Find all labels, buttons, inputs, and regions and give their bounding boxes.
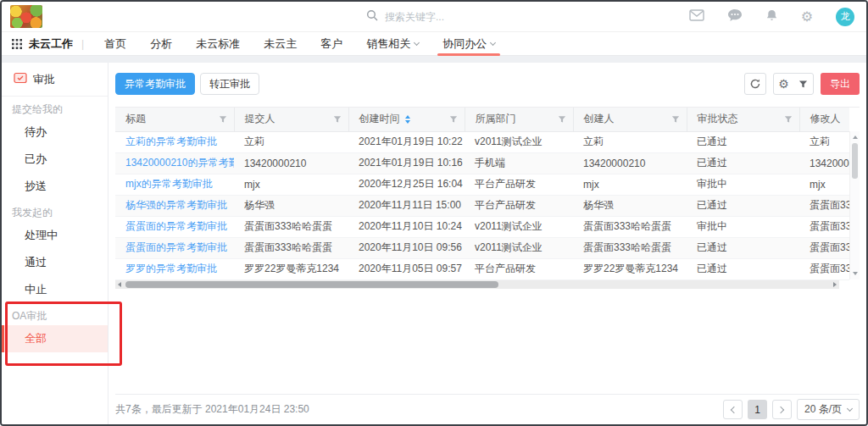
record-title-link[interactable]: 13420000210的异常考勤审批 [125, 157, 234, 169]
col-header-approval-status[interactable]: 审批状态 [687, 108, 799, 131]
col-header-submitter[interactable]: 提交人 [234, 108, 348, 131]
status-cell: 审批中 [687, 216, 799, 237]
table-row[interactable]: 立莉的异常考勤审批 立莉 2021年01月19日 10:22 v2011测试企业… [115, 131, 849, 152]
refresh-button[interactable] [744, 73, 766, 95]
list-toolbar: 异常考勤审批 转正审批 ⚙ 导出 [115, 63, 860, 107]
filter-icon[interactable] [219, 115, 227, 124]
tab-abnormal-attendance-approval[interactable]: 异常考勤审批 [115, 73, 195, 95]
scroll-left-icon[interactable] [118, 282, 121, 287]
sidebar-item-aborted[interactable]: 中止 [2, 276, 108, 303]
nav-separator: | [81, 38, 84, 50]
table-row[interactable]: 罗罗的异常考勤审批 罗罗22罗曼蒂克1234 2020年11月05日 09:57… [115, 258, 849, 279]
horizontal-scrollbar[interactable] [115, 280, 839, 289]
filter-icon[interactable] [558, 115, 566, 124]
col-header-modifier[interactable]: 修改人 [799, 108, 849, 131]
scroll-right-icon[interactable] [833, 282, 837, 287]
table-row[interactable]: mjx的异常考勤审批 mjx 2020年12月25日 16:04 平台产品研发 … [115, 174, 849, 195]
table-header-row: 标题 提交人 创建时间 所属部门 创建人 审批状态 修改人 [115, 108, 849, 131]
col-header-created-time[interactable]: 创建时间 [348, 108, 465, 131]
record-title-link[interactable]: 杨华强的异常考勤审批 [125, 199, 227, 211]
nav-item-standard[interactable]: 未云标准 [184, 32, 252, 56]
filter-icon[interactable] [671, 115, 680, 124]
sidebar: 审批 提交给我的 待办 已办 抄送 我发起的 处理中 通过 中止 OA审批 全部 [2, 63, 108, 424]
nav-item-customers[interactable]: 客户 [309, 32, 354, 56]
record-title-link[interactable]: 立莉的异常考勤审批 [125, 136, 217, 147]
record-title-link[interactable]: mjx的异常考勤审批 [125, 178, 213, 190]
sidebar-item-cc[interactable]: 抄送 [2, 173, 108, 200]
scroll-down-icon[interactable] [853, 272, 858, 275]
record-title-link[interactable]: 蛋蛋面的异常考勤审批 [125, 241, 227, 253]
app-grid-icon[interactable] [12, 39, 22, 49]
list-footer: 共7条，最后更新于 2021年01月24日 23:50 1 20 条/页 [115, 394, 860, 424]
current-page[interactable]: 1 [748, 400, 767, 419]
page-size-select[interactable]: 20 条/页 [797, 399, 860, 420]
tab-regularization-approval[interactable]: 转正审批 [200, 73, 259, 95]
chevron-right-icon [777, 406, 784, 412]
nav-item-master[interactable]: 未云主 [252, 32, 309, 56]
col-header-creator[interactable]: 创建人 [573, 108, 687, 131]
app-logo[interactable] [10, 5, 42, 28]
next-page-button[interactable] [772, 400, 792, 419]
column-settings-gear-icon[interactable]: ⚙ [774, 78, 793, 90]
chevron-down-icon [414, 40, 420, 46]
table-row[interactable]: 杨华强的异常考勤审批 杨华强 2020年11月11日 15:00 平台产品研发 … [115, 195, 849, 216]
record-title-link[interactable]: 蛋蛋面的异常考勤审批 [125, 220, 227, 232]
record-title-link[interactable]: 罗罗的异常考勤审批 [125, 263, 217, 274]
vertical-scroll-thumb[interactable] [852, 143, 858, 179]
status-cell: 已通过 [687, 152, 799, 174]
table-row[interactable]: 蛋蛋面的异常考勤审批 蛋蛋面333哈哈蛋蛋 2020年11月10日 09:56 … [115, 237, 849, 258]
search-input[interactable] [385, 11, 529, 23]
scroll-up-icon[interactable] [853, 136, 858, 139]
sidebar-item-passed[interactable]: 通过 [2, 249, 108, 276]
status-cell: 已通过 [687, 131, 799, 152]
app-window: ⚙ 龙 未云工作 | 首页 分析 未云标准 未云主 客户 销售相关 协同办公 审… [0, 0, 868, 426]
chevron-down-icon [847, 406, 853, 412]
global-search[interactable] [366, 9, 529, 25]
prev-page-button[interactable] [723, 400, 743, 419]
chevron-left-icon [731, 406, 737, 412]
topbar: ⚙ 龙 [2, 2, 866, 32]
horizontal-scroll-thumb[interactable] [125, 281, 498, 288]
sidebar-item-all[interactable]: 全部 [2, 325, 108, 352]
nav-item-analysis[interactable]: 分析 [138, 32, 184, 56]
status-cell: 已通过 [687, 195, 799, 216]
sort-icon[interactable] [405, 115, 410, 124]
search-icon [366, 9, 378, 25]
col-header-department[interactable]: 所属部门 [465, 108, 573, 131]
sidebar-section-submitted-to-me: 提交给我的 [2, 97, 108, 119]
sidebar-section-oa-approval: OA审批 [2, 303, 108, 325]
main-panel: 异常考勤审批 转正审批 ⚙ 导出 [108, 63, 866, 424]
chat-icon[interactable] [727, 8, 743, 25]
sidebar-item-todo[interactable]: 待办 [2, 119, 108, 146]
approval-icon [14, 71, 27, 87]
settings-gear-icon[interactable]: ⚙ [801, 10, 813, 24]
table-row[interactable]: 蛋蛋面的异常考勤审批 蛋蛋面333哈哈蛋蛋 2020年11月10日 10:24 … [115, 216, 849, 237]
approval-table: 标题 提交人 创建时间 所属部门 创建人 审批状态 修改人 立莉 [115, 107, 860, 289]
sidebar-section-initiated-by-me: 我发起的 [2, 200, 108, 222]
pagination: 1 20 条/页 [723, 399, 860, 420]
sidebar-item-processing[interactable]: 处理中 [2, 222, 108, 249]
nav-item-home[interactable]: 首页 [92, 32, 138, 56]
bell-icon[interactable] [765, 8, 778, 25]
nav-item-sales[interactable]: 销售相关 [354, 32, 431, 56]
mail-icon[interactable] [689, 9, 704, 25]
nav-item-collaboration[interactable]: 协同办公 [431, 32, 507, 56]
col-header-title[interactable]: 标题 [115, 108, 234, 131]
filter-icon[interactable] [333, 115, 342, 124]
record-count-summary: 共7条，最后更新于 2021年01月24日 23:50 [115, 402, 309, 417]
filter-icon[interactable] [784, 115, 793, 124]
filter-funnel-icon[interactable] [793, 80, 813, 89]
sidebar-title: 审批 [2, 63, 108, 97]
table-settings-group: ⚙ [773, 73, 814, 95]
filter-icon[interactable] [449, 115, 458, 124]
status-cell: 已通过 [687, 258, 799, 279]
avatar[interactable]: 龙 [836, 8, 854, 26]
chevron-down-icon [490, 40, 496, 46]
background-band [2, 56, 866, 63]
workspace-title[interactable]: 未云工作 [29, 36, 73, 52]
table-row[interactable]: 13420000210的异常考勤审批 13420000210 2021年01月1… [115, 152, 849, 174]
status-cell: 审批中 [687, 174, 799, 195]
vertical-scrollbar[interactable] [849, 131, 860, 279]
sidebar-item-done[interactable]: 已办 [2, 146, 108, 173]
export-button[interactable]: 导出 [821, 73, 860, 95]
